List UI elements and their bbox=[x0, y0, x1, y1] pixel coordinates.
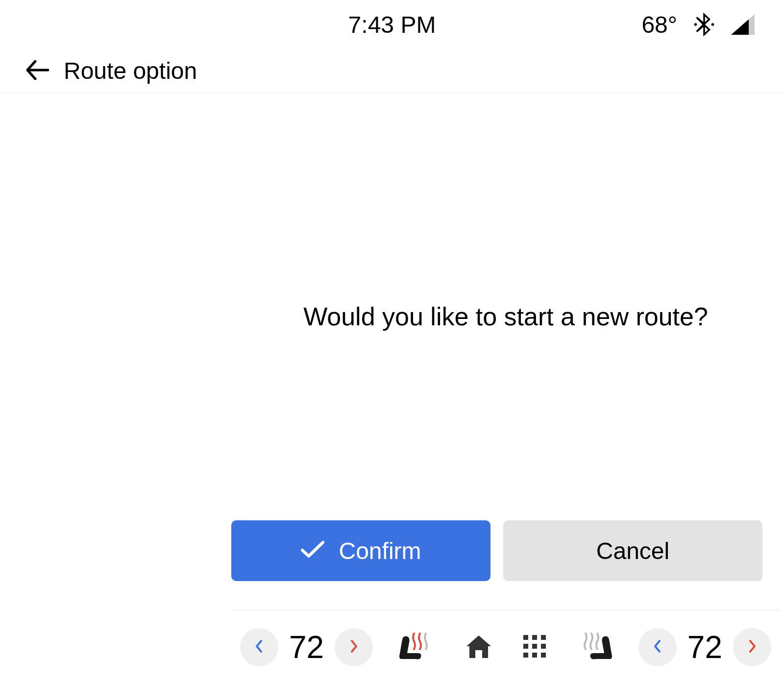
svg-rect-3 bbox=[532, 635, 537, 640]
climate-bar: 72 bbox=[231, 610, 780, 683]
svg-rect-4 bbox=[541, 635, 546, 640]
cancel-button[interactable]: Cancel bbox=[503, 520, 762, 581]
climate-left: 72 bbox=[240, 628, 431, 666]
svg-rect-8 bbox=[523, 653, 528, 658]
apps-button[interactable] bbox=[522, 634, 547, 660]
page-header: Route option bbox=[0, 49, 784, 93]
check-icon bbox=[300, 537, 325, 564]
left-temp-up-button[interactable] bbox=[335, 628, 373, 666]
outdoor-temperature: 68° bbox=[641, 11, 677, 38]
home-icon bbox=[465, 634, 493, 660]
status-time: 7:43 PM bbox=[348, 11, 436, 38]
status-bar: 7:43 PM 68° bbox=[0, 0, 784, 49]
apps-grid-icon bbox=[522, 634, 547, 660]
svg-point-0 bbox=[694, 23, 697, 26]
svg-rect-6 bbox=[532, 644, 537, 649]
seat-heat-right-icon bbox=[581, 631, 615, 663]
page-title: Route option bbox=[64, 57, 197, 84]
right-temp-down-button[interactable] bbox=[638, 628, 677, 666]
chevron-right-icon bbox=[748, 639, 757, 655]
confirm-button[interactable]: Confirm bbox=[231, 520, 490, 581]
svg-rect-5 bbox=[523, 644, 528, 649]
svg-rect-9 bbox=[532, 653, 537, 658]
climate-right: 72 bbox=[581, 628, 771, 666]
dialog-prompt: Would you like to start a new route? bbox=[303, 282, 708, 331]
chevron-left-icon bbox=[255, 639, 264, 655]
arrow-left-icon bbox=[25, 60, 49, 81]
signal-icon bbox=[731, 14, 755, 35]
confirm-label: Confirm bbox=[339, 537, 421, 564]
svg-rect-2 bbox=[523, 635, 528, 640]
right-temperature: 72 bbox=[687, 629, 722, 665]
cancel-label: Cancel bbox=[596, 537, 669, 564]
chevron-left-icon bbox=[653, 639, 662, 655]
home-button[interactable] bbox=[465, 634, 493, 660]
bluetooth-icon bbox=[694, 12, 714, 37]
left-temperature: 72 bbox=[289, 629, 324, 665]
right-seat-heat-button[interactable] bbox=[581, 631, 615, 663]
svg-rect-10 bbox=[541, 653, 546, 658]
chevron-right-icon bbox=[349, 639, 358, 655]
svg-point-1 bbox=[711, 23, 714, 26]
back-button[interactable] bbox=[24, 58, 50, 84]
svg-rect-7 bbox=[541, 644, 546, 649]
left-seat-heat-button[interactable] bbox=[396, 631, 431, 663]
left-temp-down-button[interactable] bbox=[240, 628, 278, 666]
seat-heat-left-icon bbox=[396, 631, 431, 663]
right-temp-up-button[interactable] bbox=[733, 628, 771, 666]
